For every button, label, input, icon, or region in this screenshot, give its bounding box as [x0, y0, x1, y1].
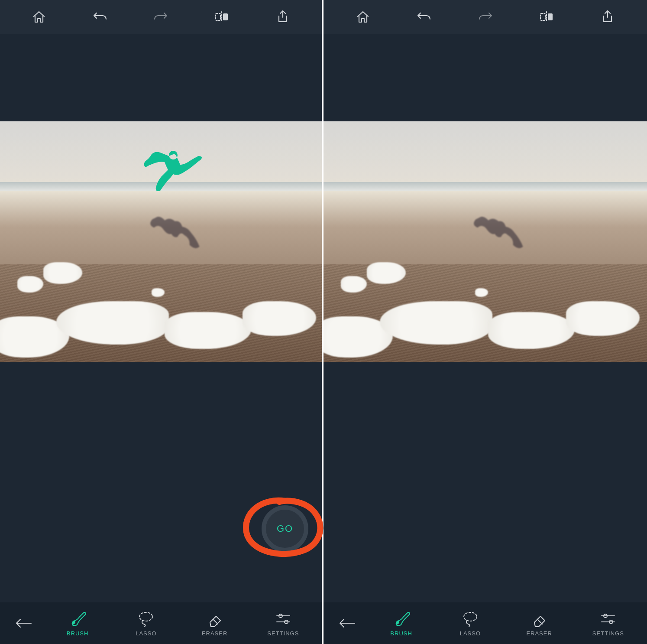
tool-strip: BRUSH LASSO ERASER SETTINGS	[43, 610, 317, 637]
svg-point-7	[464, 612, 477, 621]
after-panel: BRUSH LASSO ERASER SETTINGS	[324, 0, 647, 644]
go-button-region: GO	[244, 494, 326, 563]
back-icon	[15, 618, 32, 629]
home-button[interactable]	[9, 10, 70, 24]
tool-lasso-label: LASSO	[136, 630, 156, 637]
go-button[interactable]: GO	[262, 505, 308, 552]
redo-button[interactable]	[130, 10, 191, 23]
tool-settings-label: SETTINGS	[267, 630, 299, 637]
bottom-toolbar: BRUSH LASSO ERASER SETTINGS	[324, 602, 647, 644]
canvas-area[interactable]: GO	[0, 34, 322, 602]
tool-settings[interactable]: SETTINGS	[249, 610, 317, 637]
tool-brush-label: BRUSH	[67, 630, 89, 637]
tool-settings[interactable]: SETTINGS	[574, 610, 643, 637]
share-button[interactable]	[252, 10, 313, 24]
compare-icon	[214, 10, 230, 23]
redo-icon	[153, 10, 168, 23]
canvas-empty-top	[324, 34, 647, 121]
undo-button[interactable]	[393, 10, 454, 23]
undo-icon	[92, 10, 108, 23]
bottom-toolbar: BRUSH LASSO ERASER SETTINGS	[0, 602, 322, 644]
go-button-label: GO	[277, 523, 293, 534]
home-button[interactable]	[332, 10, 393, 24]
eraser-icon	[530, 610, 548, 628]
settings-icon	[599, 610, 617, 628]
photo-canvas[interactable]	[0, 121, 322, 362]
svg-rect-6	[548, 13, 553, 20]
tool-settings-label: SETTINGS	[592, 630, 624, 637]
compare-button[interactable]	[516, 10, 577, 23]
lasso-icon	[137, 610, 155, 628]
settings-icon	[274, 610, 292, 628]
tool-eraser-label: ERASER	[526, 630, 552, 637]
compare-button[interactable]	[191, 10, 252, 23]
tool-brush-label: BRUSH	[390, 630, 412, 637]
share-button[interactable]	[577, 10, 638, 24]
tool-lasso[interactable]: LASSO	[112, 610, 180, 637]
svg-rect-5	[540, 13, 545, 20]
compare-icon	[539, 10, 554, 23]
subject-reflection	[146, 211, 205, 259]
brush-icon	[393, 610, 410, 628]
photo-canvas[interactable]	[324, 121, 647, 362]
svg-point-2	[139, 612, 152, 621]
undo-icon	[416, 10, 432, 23]
before-panel: GO BRUSH LASSO ERASER SETTINGS	[0, 0, 324, 644]
lasso-icon	[461, 610, 479, 628]
tool-brush[interactable]: BRUSH	[367, 610, 436, 637]
eraser-icon	[206, 610, 224, 628]
top-toolbar	[0, 0, 322, 34]
redo-button[interactable]	[455, 10, 516, 23]
tool-lasso-label: LASSO	[460, 630, 481, 637]
mask-overlay	[143, 147, 204, 195]
svg-rect-0	[216, 13, 220, 20]
share-icon	[276, 10, 289, 24]
brush-icon	[69, 610, 86, 628]
canvas-empty-top	[0, 34, 322, 121]
tool-eraser[interactable]: ERASER	[505, 610, 574, 637]
back-button[interactable]	[328, 618, 367, 629]
tool-brush[interactable]: BRUSH	[43, 610, 112, 637]
tool-lasso[interactable]: LASSO	[436, 610, 505, 637]
tool-strip: BRUSH LASSO ERASER SETTINGS	[367, 610, 643, 637]
svg-rect-1	[223, 13, 228, 20]
share-icon	[601, 10, 614, 24]
back-button[interactable]	[4, 618, 43, 629]
undo-button[interactable]	[70, 10, 131, 23]
home-icon	[32, 10, 46, 24]
subject-reflection	[469, 211, 529, 259]
top-toolbar	[324, 0, 647, 34]
home-icon	[356, 10, 370, 24]
redo-icon	[478, 10, 493, 23]
back-icon	[339, 618, 356, 629]
canvas-area[interactable]	[324, 34, 647, 602]
tool-eraser[interactable]: ERASER	[181, 610, 249, 637]
tool-eraser-label: ERASER	[202, 630, 227, 637]
